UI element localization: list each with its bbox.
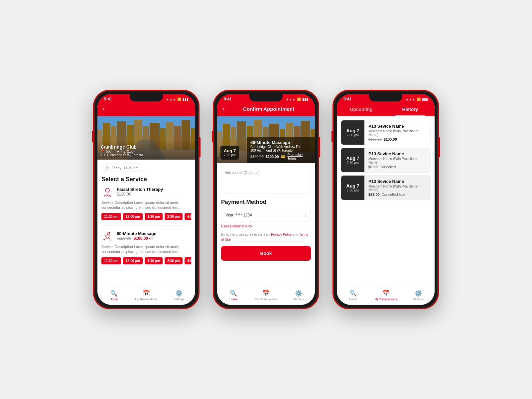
notch-3 bbox=[369, 94, 402, 101]
terms-text: By booking you agree to the Zerv Privacy… bbox=[221, 232, 311, 242]
service-desc-1: Service Description Lorem ipsum dolor si… bbox=[101, 200, 191, 210]
scroll-body-1[interactable]: 🕐 Today, 11:30 am Select a Service Facia… bbox=[97, 160, 195, 287]
calendar-icon-3: 📅 bbox=[382, 290, 389, 297]
nav-settings-3[interactable]: ⚙️ Settings bbox=[402, 290, 435, 301]
venue-address: 100 Richmond St W, Toronto bbox=[101, 153, 143, 157]
res-price-3: $25.00 bbox=[368, 193, 380, 197]
res-details-1: P13 Sevice Name Merchant Name (With Prac… bbox=[364, 120, 430, 145]
hero-image-1: Cambridge Club 📍 500 m ★ 4.2 (156) 100 R… bbox=[97, 116, 195, 160]
promo-link[interactable]: Promotion Terms bbox=[288, 153, 312, 160]
res-service-2: P13 Sevice Name bbox=[368, 151, 426, 156]
time-slots-1: 11:30 am 12:00 pm 1:30 pm 2:30 pm 4:00 p… bbox=[101, 213, 191, 220]
payment-method-text: Visa ***** 1234 bbox=[225, 213, 252, 217]
back-button-1[interactable]: ‹ bbox=[103, 105, 105, 112]
slot-1-3[interactable]: 1:30 pm bbox=[145, 213, 163, 220]
venue-info-1: Cambridge Club 📍 500 m ★ 4.2 (156) 100 R… bbox=[101, 144, 143, 157]
nav-res-label-2: My Reservations bbox=[255, 298, 277, 301]
nav-reservations-3[interactable]: 📅 My Reservations bbox=[369, 290, 402, 301]
res-service-3: P13 Sevice Name bbox=[368, 179, 426, 184]
res-price-row-2: $0.00 Cancelled bbox=[368, 165, 426, 169]
service-item-1: Facial Stretch Therapy $120.00 Service D… bbox=[101, 187, 191, 226]
status-icons-3: ▲▲▲ 📶 ▮▮▮ bbox=[405, 97, 428, 101]
overlay-orig-price: $120.00 bbox=[250, 155, 264, 159]
bottom-nav-1: 🔍 Home 📅 My Reservations ⚙️ Settings bbox=[97, 287, 195, 305]
book-button[interactable]: Book bbox=[221, 246, 311, 261]
payment-row[interactable]: Visa ***** 1234 › bbox=[221, 209, 311, 221]
time-2: 9:41 bbox=[224, 97, 232, 101]
service-overlay: 60-Minute Massage Cambridge Club (With A… bbox=[247, 137, 315, 163]
tab-history[interactable]: History bbox=[386, 103, 435, 116]
nav-home-2[interactable]: 🔍 Home bbox=[217, 290, 250, 301]
privacy-link[interactable]: Privacy Policy bbox=[271, 233, 292, 236]
battery-icon: ▮▮▮ bbox=[183, 97, 189, 101]
slot-2-5[interactable]: 4:00 pm bbox=[185, 257, 191, 264]
slot-1-2[interactable]: 12:00 pm bbox=[123, 213, 143, 220]
slot-1-1[interactable]: 11:30 am bbox=[101, 213, 121, 220]
appt-time-text: 7:30 pm bbox=[224, 153, 236, 157]
time-chip[interactable]: 🕐 Today, 11:30 am bbox=[101, 164, 142, 172]
res-time-1: 7:30 pm bbox=[347, 133, 359, 137]
clock-icon: 🕐 bbox=[105, 166, 110, 170]
res-orig-price-1: $120.00 bbox=[368, 137, 382, 141]
wifi-icon-2: 📶 bbox=[297, 97, 301, 101]
slot-1-4[interactable]: 2:30 pm bbox=[165, 213, 183, 220]
reservation-card-1[interactable]: Aug 7 7:30 pm P13 Sevice Name Merchant N… bbox=[341, 120, 431, 145]
slot-1-5[interactable]: 4:00 pm bbox=[185, 213, 191, 220]
tabs-header: Upcoming History bbox=[337, 103, 435, 116]
reservation-card-3[interactable]: Aug 7 7:30 pm P13 Sevice Name Merchant N… bbox=[341, 175, 431, 200]
slot-2-1[interactable]: 11:30 am bbox=[101, 257, 121, 264]
slot-2-3[interactable]: 1:30 pm bbox=[145, 257, 163, 264]
scroll-body-3[interactable]: Aug 7 7:30 pm P13 Sevice Name Merchant N… bbox=[337, 116, 435, 287]
overlay-new-price: $100.00 bbox=[266, 155, 279, 159]
select-service-title: Select a Service bbox=[101, 176, 191, 183]
slot-2-4[interactable]: 2:30 pm bbox=[165, 257, 183, 264]
home-icon-3: 🔍 bbox=[349, 290, 357, 297]
status-bar-2: 9:41 ▲▲▲ 📶 ▮▮▮ bbox=[217, 94, 315, 103]
header-1: ‹ bbox=[97, 103, 195, 116]
nav-reservations-2[interactable]: 📅 My Reservations bbox=[250, 290, 282, 301]
tab-upcoming[interactable]: Upcoming bbox=[337, 103, 386, 116]
service-name-2: 60-Minute Massage bbox=[117, 231, 156, 236]
nav-settings-1[interactable]: ⚙️ Settings bbox=[163, 290, 195, 301]
reservation-card-2[interactable]: Aug 7 7:30 pm P13 Sevice Name Merchant N… bbox=[341, 148, 431, 173]
svg-rect-10 bbox=[160, 128, 166, 150]
nav-home-label-2: Home bbox=[229, 298, 237, 301]
note-input[interactable] bbox=[221, 167, 311, 194]
scroll-body-2[interactable]: Payment Method Visa ***** 1234 › Cancell… bbox=[217, 163, 315, 287]
res-status-2: Cancelled bbox=[380, 165, 396, 169]
appt-date-text: Aug 7 bbox=[224, 148, 236, 153]
svg-rect-8 bbox=[143, 126, 149, 150]
res-price-row-1: $120.00 $100.00 bbox=[368, 137, 426, 141]
nav-settings-2[interactable]: ⚙️ Settings bbox=[282, 290, 315, 301]
cancellation-policy-link[interactable]: Cancellation Policy bbox=[221, 224, 311, 228]
hero-image-2: Aug 7 7:30 pm 60-Minute Massage Cambridg… bbox=[217, 116, 315, 163]
confirm-header: ‹ Confirm Appointment bbox=[217, 103, 315, 116]
time-3: 9:41 bbox=[343, 97, 351, 101]
res-date-2: Aug 7 bbox=[346, 156, 359, 161]
res-time-2: 7:30 pm bbox=[347, 161, 359, 165]
res-details-3: P13 Sevice Name Merchant Name (With Prac… bbox=[364, 176, 430, 200]
terms-link[interactable]: Terms of Use bbox=[221, 233, 308, 241]
home-icon-2: 🔍 bbox=[230, 290, 237, 297]
battery-icon-3: ▮▮▮ bbox=[422, 97, 428, 101]
res-date-col-2: Aug 7 7:30 pm bbox=[341, 148, 364, 172]
nav-home-3[interactable]: 🔍 Home bbox=[337, 290, 369, 301]
back-button-2[interactable]: ‹ bbox=[222, 105, 224, 112]
res-merchant-3: Merchant Name (With Practitioner Name) bbox=[368, 185, 426, 192]
service-disc-price-2: $100.00 bbox=[134, 236, 148, 241]
service-info-2: 60-Minute Massage $120.00 $100.00 🏷 bbox=[117, 231, 156, 241]
res-status-3: Cancelled late bbox=[382, 193, 405, 197]
service-item-2: 60-Minute Massage $120.00 $100.00 🏷 Serv… bbox=[101, 231, 191, 270]
nav-settings-label-2: Settings bbox=[293, 298, 304, 301]
promo-icon: 🏷 bbox=[149, 236, 153, 241]
slot-2-2[interactable]: 12:00 pm bbox=[123, 257, 143, 264]
res-date-col-3: Aug 7 7:30 pm bbox=[341, 176, 364, 200]
gear-icon-3: ⚙️ bbox=[415, 290, 422, 297]
gear-icon-2: ⚙️ bbox=[295, 290, 302, 297]
nav-home-1[interactable]: 🔍 Home bbox=[97, 290, 130, 301]
venue-reviews: (156) bbox=[127, 150, 135, 153]
res-new-price-1: $100.00 bbox=[384, 137, 397, 141]
service-desc-2: Service Description Lorem ipsum dolor si… bbox=[101, 244, 191, 255]
res-price-row-3: $25.00 Cancelled late bbox=[368, 193, 426, 197]
nav-reservations-1[interactable]: 📅 My Reservations bbox=[130, 290, 163, 301]
